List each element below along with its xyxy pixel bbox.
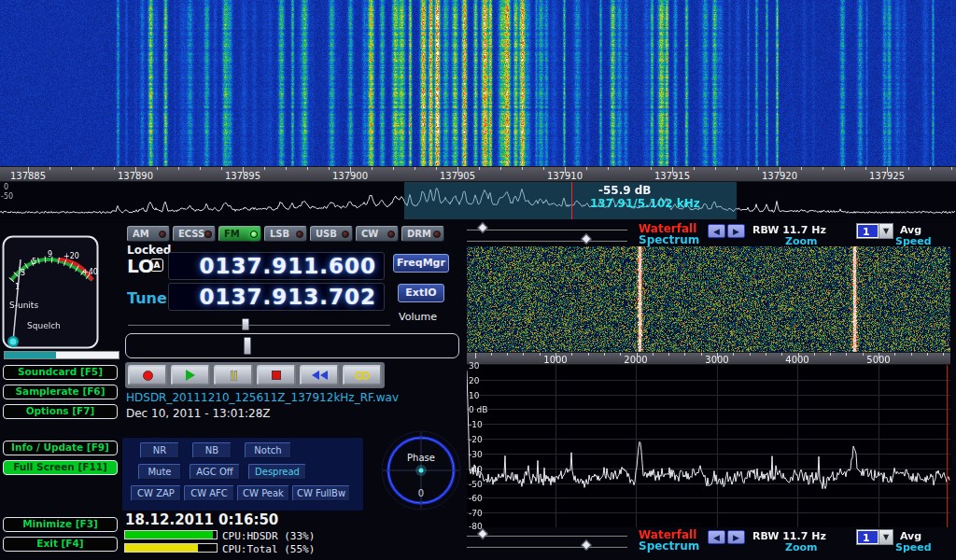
pause-button[interactable] bbox=[214, 365, 253, 385]
agc-button[interactable]: AGC Off bbox=[190, 464, 240, 480]
tune-cursor-line bbox=[571, 182, 572, 219]
recording-timestamp: Dec 10, 2011 - 13:01:28Z bbox=[126, 407, 271, 420]
cw-peak-button[interactable]: CW Peak bbox=[237, 485, 289, 501]
fullscreen-button[interactable]: Full Screen [F11] bbox=[3, 460, 118, 475]
waterfall-brightness-slider[interactable] bbox=[467, 224, 627, 233]
freqmgr-button[interactable]: FreqMgr bbox=[393, 254, 449, 273]
cpu-hdsdr-bar-fill bbox=[125, 531, 213, 539]
soundcard-button[interactable]: Soundcard [F5] bbox=[3, 365, 118, 380]
loop-button[interactable] bbox=[343, 365, 382, 385]
volume-slider-thumb[interactable] bbox=[242, 318, 249, 330]
phase-dot bbox=[419, 469, 424, 473]
main-waterfall-display[interactable] bbox=[0, 0, 956, 166]
phase-label: Phase bbox=[407, 453, 435, 463]
af-spectrum-display[interactable] bbox=[467, 365, 950, 527]
samplerate-button[interactable]: Samplerate [F6] bbox=[3, 385, 118, 399]
volume-slider-track bbox=[128, 323, 390, 326]
rbw-increase-button-top[interactable]: ▶ bbox=[727, 224, 745, 238]
lo-frequency-display[interactable]: 0137.911.600 bbox=[168, 252, 385, 280]
mode-label-ecss: ECSS bbox=[178, 229, 204, 239]
slider-thumb[interactable] bbox=[477, 222, 487, 232]
slider-thumb[interactable] bbox=[581, 233, 591, 244]
mini-axis-50-label: -50 bbox=[1, 192, 13, 201]
waterfall-contrast-slider[interactable] bbox=[467, 235, 627, 245]
cpu-hdsdr-text: CPU:HDSDR (33%) bbox=[222, 530, 315, 542]
avg-select-value-bottom: 1 bbox=[858, 531, 878, 543]
nr-button[interactable]: NR bbox=[140, 442, 179, 458]
mode-button-drm[interactable]: DRM bbox=[401, 226, 444, 242]
meter-tick-40: +40 bbox=[82, 268, 98, 276]
db-axis-label: -60 bbox=[469, 494, 483, 503]
info-update-button[interactable]: Info / Update [F9] bbox=[3, 441, 118, 455]
af-waterfall-display[interactable] bbox=[467, 246, 950, 352]
db-axis-label: 30 bbox=[469, 361, 479, 371]
cw-zap-button[interactable]: CW ZAP bbox=[131, 485, 181, 501]
slider-track bbox=[467, 545, 627, 548]
db-axis-label: -30 bbox=[469, 450, 483, 459]
mode-label-usb: USB bbox=[316, 229, 337, 239]
rbw-decrease-button-top[interactable]: ◀ bbox=[708, 224, 725, 238]
squelch-label: Squelch bbox=[27, 321, 61, 330]
notch-button[interactable]: Notch bbox=[245, 442, 291, 458]
meter-tick-20: +20 bbox=[63, 252, 79, 260]
spectrum-label-top[interactable]: Spectrum bbox=[639, 233, 699, 246]
rbw-increase-button-bottom[interactable]: ▶ bbox=[727, 530, 745, 544]
spectrum-ref-slider[interactable] bbox=[467, 530, 627, 539]
exit-button[interactable]: Exit [F4] bbox=[3, 537, 118, 552]
spectrum-label-bottom[interactable]: Spectrum bbox=[639, 539, 699, 553]
cw-afc-button[interactable]: CW AFC bbox=[184, 485, 234, 501]
transport-bar bbox=[125, 362, 385, 388]
lo-a-badge[interactable]: A bbox=[150, 259, 163, 272]
rewind-button[interactable] bbox=[300, 365, 339, 385]
cw-fullbw-button[interactable]: CW FullBw bbox=[292, 485, 350, 501]
meter-tick-3: 3 bbox=[21, 269, 25, 277]
combo-dropdown-icon[interactable]: ▼ bbox=[879, 530, 893, 544]
record-button[interactable] bbox=[128, 365, 167, 385]
extio-button[interactable]: ExtIO bbox=[398, 284, 444, 302]
mode-button-am[interactable]: AM bbox=[127, 226, 170, 242]
mode-button-ecss[interactable]: ECSS bbox=[173, 226, 216, 242]
minimize-button[interactable]: Minimize [F3] bbox=[3, 517, 118, 532]
cpu-hdsdr-bar bbox=[124, 530, 218, 539]
datetime-display: 18.12.2011 0:16:50 bbox=[125, 511, 278, 528]
squelch-slider[interactable] bbox=[4, 351, 120, 359]
tune-frequency-display[interactable]: 0137.913.702 bbox=[168, 283, 385, 311]
play-button[interactable] bbox=[171, 365, 210, 385]
s-meter: 1 3 5 9 +20 +40 S-units Squelch bbox=[2, 235, 99, 349]
mode-led-icon bbox=[433, 231, 441, 238]
avg-select-bottom[interactable]: 1 ▼ bbox=[856, 529, 893, 545]
rf-gain-slider-thumb[interactable] bbox=[244, 337, 251, 355]
pause-icon bbox=[234, 371, 237, 381]
slider-thumb[interactable] bbox=[477, 528, 487, 539]
squelch-slider-fill bbox=[5, 352, 56, 358]
main-frequency-scale[interactable]: 137885 137890 137895 137900 137905 13791… bbox=[0, 166, 956, 182]
mode-button-usb[interactable]: USB bbox=[310, 226, 353, 242]
mode-button-lsb[interactable]: LSB bbox=[264, 226, 307, 242]
mode-button-cw[interactable]: CW bbox=[356, 226, 399, 242]
volume-slider[interactable] bbox=[128, 318, 390, 330]
zoom-label-bottom[interactable]: Zoom bbox=[785, 541, 818, 553]
mode-led-icon bbox=[159, 231, 166, 238]
mode-label-lsb: LSB bbox=[270, 229, 289, 239]
mode-button-fm[interactable]: FM bbox=[218, 226, 261, 242]
stop-button[interactable] bbox=[257, 365, 296, 385]
meter-tick-9: 9 bbox=[48, 250, 52, 259]
af-frequency-scale[interactable]: 1000 2000 3000 4000 5000 bbox=[467, 352, 950, 365]
spectrum-range-slider[interactable] bbox=[467, 541, 627, 551]
nb-button[interactable]: NB bbox=[192, 442, 232, 458]
hdsdr-window: 137885 137890 137895 137900 137905 13791… bbox=[0, 0, 956, 560]
cpu-total-bar-fill bbox=[125, 544, 198, 552]
slider-thumb[interactable] bbox=[581, 539, 591, 550]
mute-button[interactable]: Mute bbox=[138, 464, 181, 480]
avg-select-top[interactable]: 1 ▼ bbox=[856, 223, 893, 239]
combo-dropdown-icon[interactable]: ▼ bbox=[879, 224, 893, 238]
rf-gain-slider[interactable] bbox=[125, 333, 459, 358]
cursor-frequency-readout: 137.91/5.102 kHz bbox=[590, 197, 700, 210]
db-axis-label: -20 bbox=[469, 435, 483, 444]
rbw-decrease-button-bottom[interactable]: ◀ bbox=[708, 530, 725, 544]
loop-icon bbox=[361, 371, 370, 380]
despread-button[interactable]: Despread bbox=[248, 464, 306, 480]
db-axis-label: 0 dB bbox=[469, 405, 487, 414]
rewind-icon bbox=[320, 371, 328, 380]
options-button[interactable]: Options [F7] bbox=[3, 404, 118, 419]
